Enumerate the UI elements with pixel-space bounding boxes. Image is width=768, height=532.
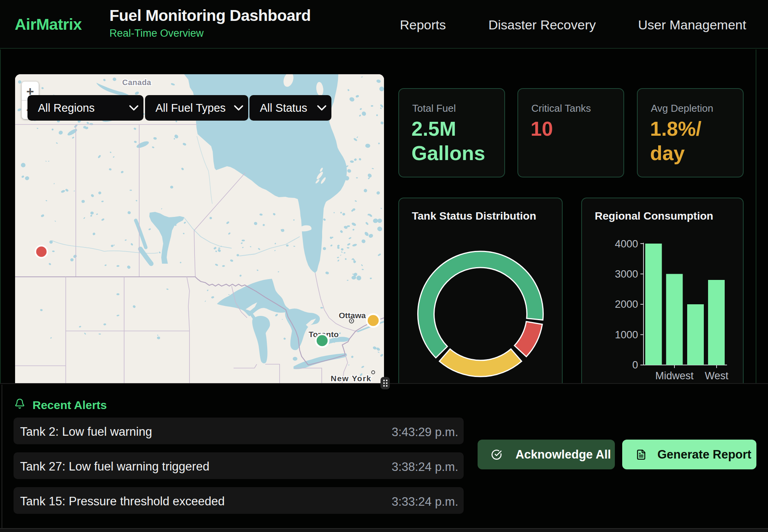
svg-text:Ottawa: Ottawa <box>339 311 366 320</box>
svg-text:Canada: Canada <box>122 78 152 87</box>
svg-text:New York: New York <box>331 374 372 383</box>
